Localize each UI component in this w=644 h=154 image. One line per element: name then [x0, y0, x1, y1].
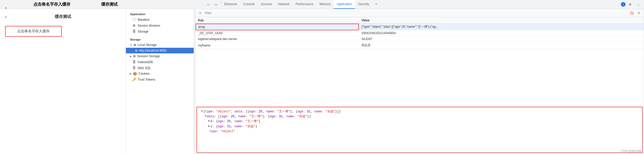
sidebar-item-manifest[interactable]: 📄 Manifest	[126, 17, 194, 23]
json-type-key: type	[209, 129, 217, 134]
cookies-triangle: ▶	[130, 73, 132, 75]
tab-more[interactable]: »	[372, 0, 380, 9]
row-key: myName	[195, 42, 359, 49]
sidebar-item-websql[interactable]: 🗄 Web SQL	[126, 65, 194, 71]
local-storage-grid-icon: ⊞	[134, 43, 136, 47]
tab-console[interactable]: Console	[240, 0, 258, 9]
indexeddb-label: IndexedDB	[138, 60, 153, 64]
table-row[interactable]: myName 张起灵	[195, 42, 644, 49]
websql-icon: 🗄	[132, 66, 136, 70]
manifest-icon: 📄	[132, 18, 136, 22]
table-row[interactable]: loglevel:webpack-dev-server SILENT	[195, 36, 644, 42]
devtools-actions: 1 ⚙ ⋮	[621, 1, 644, 8]
local-storage-label: Local Storage	[138, 43, 157, 47]
row-key: array	[195, 24, 359, 30]
row-value: 16641546333214040654	[359, 30, 644, 36]
row-value: SILENT	[359, 36, 644, 42]
websql-label: Web SQL	[138, 66, 151, 70]
indexeddb-icon: 🗄	[132, 60, 136, 64]
clear-button[interactable]: ✕	[636, 10, 642, 16]
cursor-icon[interactable]: ⊹	[204, 1, 212, 8]
watermark: CSDN @师陀奶糖	[621, 149, 641, 153]
localhost-label: http://localhost:8081	[139, 49, 166, 52]
session-storage-triangle: ▶	[130, 55, 132, 57]
devtools-sidebar: Application 📄 Manifest ⚙ Service Workers…	[126, 9, 194, 154]
preview-page-title: 缓存测试	[5, 14, 120, 20]
table-row[interactable]: _DC_STAT_UUID 16641546333214040654	[195, 30, 644, 36]
tab-network[interactable]: Network	[275, 0, 293, 9]
json-line-1: ▼ {type: "object", data: [{age: 25, name…	[201, 109, 638, 114]
tab-elements[interactable]: Elements	[221, 0, 240, 9]
col-key-header: Key	[195, 17, 359, 24]
sidebar-item-service-workers[interactable]: ⚙ Service Workers	[126, 23, 194, 28]
json-toggle-data[interactable]: ▼	[205, 114, 206, 118]
json-type-value: : "object"	[217, 129, 235, 134]
json-toggle-0[interactable]: ▶	[208, 119, 210, 123]
preview-back-arrow[interactable]: ‹	[5, 14, 7, 20]
top-bar: ‹ 点击将名字存入缓存 缓存测试 ⊹ ▭ Elements Console So…	[0, 0, 644, 9]
cookies-icon: 🍪	[133, 72, 137, 75]
page-title: 点击将名字存入缓存	[33, 2, 70, 7]
service-workers-label: Service Workers	[138, 24, 160, 27]
storage-panel: ↻ 🚫 ✕ Key Value array {"type":"object","…	[195, 9, 644, 154]
row-key: loglevel:webpack-dev-server	[195, 36, 359, 42]
json-panel: ▼ {type: "object", data: [{age: 25, name…	[197, 107, 643, 153]
tab-performance[interactable]: Performance	[293, 0, 316, 9]
col-value-header: Value	[359, 17, 644, 24]
storage-toolbar: ↻ 🚫 ✕	[195, 9, 644, 17]
page-header: ‹ 点击将名字存入缓存 缓存测试	[0, 2, 203, 7]
cache-button[interactable]: 点击将名字存入缓存	[5, 26, 62, 37]
trust-tokens-label: Trust Tokens	[138, 78, 155, 81]
refresh-button[interactable]: ↻	[198, 10, 203, 16]
json-root-text: {type: "object", data: [{age: 25, name: …	[203, 109, 341, 114]
settings-button[interactable]: ⚙	[627, 1, 634, 8]
json-line-4: ▶ 1 : {age: 31, name: "肖战"}	[201, 124, 638, 129]
session-storage-group[interactable]: ▶ ⊞ Session Storage	[126, 53, 194, 59]
json-line-3: ▶ 0 : {age: 25, name: "王一博"}	[201, 119, 638, 124]
cookies-group[interactable]: ▶ 🍪 Cookies	[126, 71, 194, 76]
application-section-title: Application	[126, 11, 194, 17]
sidebar-item-trust-tokens[interactable]: 🔑 Trust Tokens	[126, 76, 194, 82]
cookies-label: Cookies	[138, 72, 150, 75]
device-icon[interactable]: ▭	[212, 1, 219, 8]
tab-application[interactable]: Application	[334, 0, 355, 9]
json-0-key: 0	[210, 119, 212, 124]
sidebar-item-storage-main[interactable]: 🗄 Storage	[126, 28, 194, 34]
json-0-value: : {age: 25, name: "王一博"}	[212, 119, 260, 124]
tab-sources[interactable]: Sources	[258, 0, 275, 9]
json-line-2: ▼ data : [{age: 25, name: "王一博"}, {age: …	[201, 114, 638, 119]
session-storage-grid-icon: ⊞	[133, 54, 136, 58]
localhost-item[interactable]: ⊞ http://localhost:8081	[126, 48, 194, 53]
main-area: ‹ 缓存测试 点击将名字存入缓存 Application 📄 Manifest …	[0, 9, 644, 154]
json-data-value: : [{age: 25, name: "王一博"}, {age: 31, nam…	[214, 114, 311, 119]
cache-page-title: 缓存测试	[101, 2, 118, 7]
filter-input[interactable]	[205, 11, 627, 15]
local-storage-group[interactable]: ▼ ⊞ Local Storage	[126, 42, 194, 48]
notification-badge: 1	[621, 2, 626, 7]
storage-main-label: Storage	[138, 30, 148, 33]
row-key: _DC_STAT_UUID	[195, 30, 359, 36]
tab-security[interactable]: Security	[355, 0, 372, 9]
preview-panel: ‹ 缓存测试 点击将名字存入缓存	[0, 9, 126, 154]
storage-section-title: Storage	[126, 36, 194, 42]
trust-tokens-icon: 🔑	[132, 78, 136, 81]
storage-table: Key Value array {"type":"object","data":…	[195, 17, 644, 106]
localhost-grid-icon: ⊞	[135, 49, 137, 52]
service-workers-icon: ⚙	[132, 24, 136, 27]
row-value: {"type":"object","data":[{"age":25,"name…	[359, 24, 644, 30]
devtools-tabs: Elements Console Sources Network Perform…	[221, 0, 621, 9]
storage-icon: 🗄	[132, 30, 136, 33]
json-line-5: type : "object"	[201, 129, 638, 134]
json-1-key: 1	[210, 124, 212, 129]
json-toggle-root[interactable]: ▼	[201, 109, 203, 113]
sidebar-item-indexeddb[interactable]: 🗄 IndexedDB	[126, 59, 194, 65]
manifest-label: Manifest	[138, 18, 149, 22]
json-toggle-1[interactable]: ▶	[208, 124, 210, 128]
no-icon[interactable]: 🚫	[629, 10, 634, 16]
row-value: 张起灵	[359, 42, 644, 49]
tab-memory[interactable]: Memory	[316, 0, 334, 9]
table-row[interactable]: array {"type":"object","data":[{"age":25…	[195, 24, 644, 30]
json-data-key: data	[207, 114, 214, 119]
local-storage-triangle: ▼	[130, 44, 132, 46]
more-button[interactable]: ⋮	[635, 1, 642, 8]
